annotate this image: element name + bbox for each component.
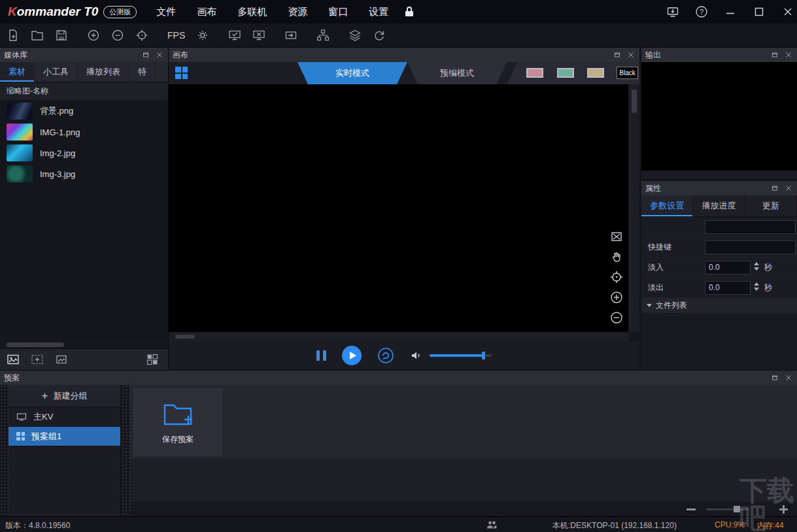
fade-in-input[interactable] (705, 261, 751, 274)
close-icon[interactable] (784, 373, 793, 382)
media-item[interactable]: IMG-1.png (0, 122, 168, 142)
stepper-down-icon[interactable] (754, 267, 759, 271)
tab-update[interactable]: 更新 (745, 195, 797, 216)
resize-grip[interactable] (122, 385, 130, 516)
close-button[interactable] (781, 5, 794, 18)
menu-canvas[interactable]: 画布 (197, 6, 216, 18)
locate-icon[interactable] (134, 27, 150, 43)
locate-center-icon[interactable] (609, 270, 624, 284)
new-group-button[interactable]: + 新建分组 (8, 385, 120, 407)
pause-button[interactable] (316, 350, 326, 361)
send-to-output-icon[interactable] (283, 27, 299, 43)
fade-in-stepper[interactable] (754, 262, 759, 271)
media-item[interactable]: 背景.png (0, 101, 168, 122)
close-icon[interactable] (155, 50, 164, 59)
tab-realtime-mode[interactable]: 实时模式 (297, 62, 407, 84)
gear-icon[interactable] (195, 27, 211, 43)
zoom-out-icon[interactable] (110, 27, 126, 43)
dock-pin-icon[interactable] (141, 50, 150, 59)
close-icon[interactable] (626, 50, 636, 59)
hand-pan-icon[interactable] (609, 250, 624, 264)
shortcut-input[interactable] (705, 241, 796, 254)
tab-playback-progress[interactable]: 播放进度 (693, 195, 745, 216)
close-icon[interactable] (784, 184, 793, 193)
lock-icon[interactable] (403, 5, 416, 18)
canvas-zoom-out-icon[interactable] (609, 310, 624, 325)
zoom-out-icon[interactable] (687, 508, 696, 510)
loop-button[interactable] (377, 347, 394, 364)
menu-resources[interactable]: 资源 (288, 6, 307, 18)
canvas-vertical-scrollbar[interactable] (629, 84, 639, 332)
open-project-icon[interactable] (29, 27, 45, 43)
menu-file[interactable]: 文件 (156, 6, 176, 18)
fps-label[interactable]: FPS (167, 30, 185, 41)
menu-settings[interactable]: 设置 (369, 6, 388, 18)
save-icon[interactable] (54, 27, 69, 43)
zoom-in-icon[interactable] (86, 27, 101, 43)
layers-icon[interactable] (347, 27, 363, 43)
media-item[interactable]: Img-2.jpg (0, 142, 168, 163)
zoom-in-icon[interactable] (779, 505, 788, 514)
black-screen-button[interactable]: Black (617, 67, 638, 79)
maximize-button[interactable] (753, 5, 766, 18)
canvas-horizontal-scrollbar[interactable] (169, 332, 628, 341)
color-swatch-green[interactable] (557, 68, 574, 78)
help-icon[interactable]: ? (695, 5, 708, 18)
dock-pin-icon[interactable] (770, 373, 779, 382)
speaker-icon[interactable] (410, 349, 423, 362)
layout-grid-icon[interactable] (175, 67, 188, 79)
color-swatch-pink[interactable] (526, 68, 543, 78)
resize-grip[interactable] (0, 385, 8, 516)
output-off-icon[interactable] (251, 27, 267, 43)
stepper-up-icon[interactable] (754, 282, 759, 286)
dock-pin-icon[interactable] (770, 50, 779, 59)
canvas-zoom-in-icon[interactable] (609, 290, 624, 305)
name-input[interactable] (705, 220, 796, 234)
tab-playlist[interactable]: 播放列表 (78, 62, 129, 82)
color-swatch-tan[interactable] (587, 68, 604, 78)
media-column-header: 缩略图-名称 (0, 82, 168, 101)
close-icon[interactable] (784, 50, 793, 59)
refresh-icon[interactable] (371, 27, 387, 43)
menu-multilink[interactable]: 多联机 (237, 6, 267, 18)
add-image-icon[interactable] (7, 353, 20, 366)
tab-material[interactable]: 素材 (0, 62, 35, 82)
dock-pin-icon[interactable] (613, 50, 622, 59)
menu-window[interactable]: 窗口 (328, 6, 348, 18)
file-list-section[interactable]: 文件列表 (641, 298, 797, 314)
dock-pin-icon[interactable] (770, 184, 779, 193)
media-thumbnail (7, 103, 33, 120)
volume-handle[interactable] (482, 352, 485, 359)
scrollbar-thumb[interactable] (7, 342, 64, 347)
play-button[interactable] (342, 346, 362, 365)
fade-out-stepper[interactable] (754, 282, 759, 291)
update-icon[interactable] (666, 5, 679, 18)
tab-parameter-settings[interactable]: 参数设置 (641, 195, 693, 216)
volume-slider[interactable] (430, 354, 492, 357)
canvas-stage[interactable] (169, 84, 628, 332)
save-preset-card[interactable]: 保存预案 (133, 388, 222, 456)
slider-handle[interactable] (734, 506, 740, 512)
tab-preedit-mode[interactable]: 预编模式 (407, 62, 507, 84)
output-on-icon[interactable] (227, 27, 243, 43)
small-image-icon[interactable] (55, 353, 68, 366)
thumbnail-view-icon[interactable] (146, 353, 159, 366)
preset-group-1[interactable]: 预案组1 (8, 427, 120, 446)
network-icon[interactable] (315, 27, 331, 43)
preset-group-main-kv[interactable]: 主KV (8, 407, 120, 427)
presets-panel: 预案 + 新建分组 主KV 预案组1 (0, 370, 797, 516)
new-project-icon[interactable] (5, 27, 21, 43)
thumbnail-size-slider[interactable] (706, 508, 748, 510)
media-horizontal-scrollbar[interactable] (0, 340, 168, 348)
scrollbar-thumb[interactable] (175, 335, 195, 339)
add-selection-image-icon[interactable] (31, 353, 44, 366)
tab-effects[interactable]: 特 (129, 62, 156, 82)
media-item[interactable]: Img-3.jpg (0, 163, 168, 184)
clear-canvas-icon[interactable] (609, 229, 624, 244)
tab-widgets[interactable]: 小工具 (35, 62, 78, 82)
stepper-down-icon[interactable] (754, 288, 759, 291)
minimize-button[interactable] (724, 5, 737, 18)
fade-out-input[interactable] (705, 281, 751, 295)
stepper-up-icon[interactable] (754, 262, 759, 265)
scrollbar-thumb[interactable] (632, 90, 637, 113)
